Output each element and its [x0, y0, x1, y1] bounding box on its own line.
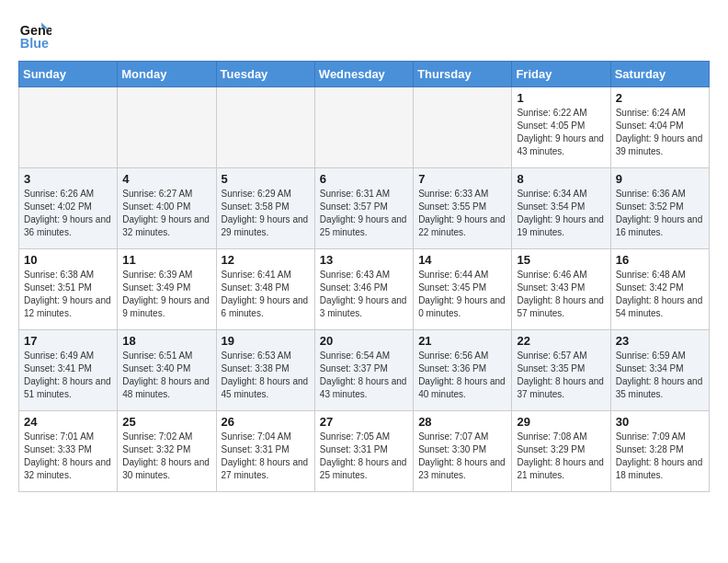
day-number: 21 [418, 334, 506, 348]
weekday-header: Sunday [19, 62, 118, 87]
day-number: 9 [616, 172, 704, 186]
day-number: 19 [222, 334, 310, 348]
day-number: 5 [222, 172, 310, 186]
calendar-cell: 26Sunrise: 7:04 AM Sunset: 3:31 PM Dayli… [216, 411, 314, 492]
header: General Blue [18, 18, 710, 52]
day-info: Sunrise: 7:07 AM Sunset: 3:30 PM Dayligh… [418, 431, 506, 482]
day-info: Sunrise: 7:05 AM Sunset: 3:31 PM Dayligh… [320, 431, 408, 482]
day-info: Sunrise: 6:53 AM Sunset: 3:38 PM Dayligh… [222, 350, 310, 401]
day-info: Sunrise: 6:46 AM Sunset: 3:43 PM Dayligh… [517, 269, 605, 320]
calendar-cell: 16Sunrise: 6:48 AM Sunset: 3:42 PM Dayli… [610, 249, 709, 330]
calendar-cell: 25Sunrise: 7:02 AM Sunset: 3:32 PM Dayli… [118, 411, 216, 492]
calendar-cell [314, 87, 413, 168]
weekday-header: Thursday [414, 62, 512, 87]
day-info: Sunrise: 7:04 AM Sunset: 3:31 PM Dayligh… [222, 431, 310, 482]
calendar-cell: 8Sunrise: 6:34 AM Sunset: 3:54 PM Daylig… [512, 168, 610, 249]
calendar-cell: 9Sunrise: 6:36 AM Sunset: 3:52 PM Daylig… [610, 168, 709, 249]
calendar-cell: 11Sunrise: 6:39 AM Sunset: 3:49 PM Dayli… [118, 249, 216, 330]
day-number: 22 [517, 334, 605, 348]
day-number: 13 [320, 253, 408, 267]
calendar-cell: 13Sunrise: 6:43 AM Sunset: 3:46 PM Dayli… [314, 249, 413, 330]
calendar-cell: 18Sunrise: 6:51 AM Sunset: 3:40 PM Dayli… [118, 330, 216, 411]
logo-icon: General Blue [18, 18, 51, 52]
svg-text:Blue: Blue [20, 36, 49, 51]
calendar-cell: 19Sunrise: 6:53 AM Sunset: 3:38 PM Dayli… [216, 330, 314, 411]
day-number: 7 [418, 172, 506, 186]
calendar-week-row: 10Sunrise: 6:38 AM Sunset: 3:51 PM Dayli… [19, 249, 710, 330]
calendar-cell: 1Sunrise: 6:22 AM Sunset: 4:05 PM Daylig… [512, 87, 610, 168]
day-info: Sunrise: 6:33 AM Sunset: 3:55 PM Dayligh… [418, 188, 506, 239]
day-info: Sunrise: 7:02 AM Sunset: 3:32 PM Dayligh… [122, 431, 210, 482]
weekday-header: Tuesday [216, 62, 314, 87]
calendar-cell: 17Sunrise: 6:49 AM Sunset: 3:41 PM Dayli… [19, 330, 118, 411]
calendar-cell: 23Sunrise: 6:59 AM Sunset: 3:34 PM Dayli… [610, 330, 709, 411]
day-info: Sunrise: 6:51 AM Sunset: 3:40 PM Dayligh… [122, 350, 210, 401]
weekday-header: Friday [512, 62, 610, 87]
day-info: Sunrise: 6:38 AM Sunset: 3:51 PM Dayligh… [24, 269, 112, 320]
day-number: 11 [122, 253, 210, 267]
calendar-week-row: 17Sunrise: 6:49 AM Sunset: 3:41 PM Dayli… [19, 330, 710, 411]
calendar-cell [19, 87, 118, 168]
header-row: SundayMondayTuesdayWednesdayThursdayFrid… [19, 62, 710, 87]
day-info: Sunrise: 7:08 AM Sunset: 3:29 PM Dayligh… [517, 431, 605, 482]
day-info: Sunrise: 6:43 AM Sunset: 3:46 PM Dayligh… [320, 269, 408, 320]
day-info: Sunrise: 6:44 AM Sunset: 3:45 PM Dayligh… [418, 269, 506, 320]
day-number: 4 [122, 172, 210, 186]
day-number: 29 [517, 415, 605, 429]
calendar-cell [118, 87, 216, 168]
calendar-cell: 15Sunrise: 6:46 AM Sunset: 3:43 PM Dayli… [512, 249, 610, 330]
calendar-cell: 12Sunrise: 6:41 AM Sunset: 3:48 PM Dayli… [216, 249, 314, 330]
calendar-table: SundayMondayTuesdayWednesdayThursdayFrid… [18, 61, 710, 492]
day-number: 18 [122, 334, 210, 348]
day-number: 30 [616, 415, 704, 429]
day-number: 27 [320, 415, 408, 429]
day-info: Sunrise: 6:59 AM Sunset: 3:34 PM Dayligh… [616, 350, 704, 401]
day-info: Sunrise: 6:27 AM Sunset: 4:00 PM Dayligh… [122, 188, 210, 239]
logo: General Blue [18, 18, 55, 52]
calendar-cell: 30Sunrise: 7:09 AM Sunset: 3:28 PM Dayli… [610, 411, 709, 492]
calendar-cell: 27Sunrise: 7:05 AM Sunset: 3:31 PM Dayli… [314, 411, 413, 492]
day-info: Sunrise: 6:24 AM Sunset: 4:04 PM Dayligh… [616, 107, 704, 158]
calendar-cell: 6Sunrise: 6:31 AM Sunset: 3:57 PM Daylig… [314, 168, 413, 249]
day-info: Sunrise: 6:22 AM Sunset: 4:05 PM Dayligh… [517, 107, 605, 158]
day-number: 2 [616, 91, 704, 105]
day-info: Sunrise: 6:29 AM Sunset: 3:58 PM Dayligh… [222, 188, 310, 239]
day-number: 10 [24, 253, 112, 267]
calendar-week-row: 3Sunrise: 6:26 AM Sunset: 4:02 PM Daylig… [19, 168, 710, 249]
calendar-week-row: 24Sunrise: 7:01 AM Sunset: 3:33 PM Dayli… [19, 411, 710, 492]
day-info: Sunrise: 7:01 AM Sunset: 3:33 PM Dayligh… [24, 431, 112, 482]
day-number: 12 [222, 253, 310, 267]
calendar-cell: 22Sunrise: 6:57 AM Sunset: 3:35 PM Dayli… [512, 330, 610, 411]
calendar-cell [414, 87, 512, 168]
day-number: 26 [222, 415, 310, 429]
calendar-cell [216, 87, 314, 168]
day-info: Sunrise: 7:09 AM Sunset: 3:28 PM Dayligh… [616, 431, 704, 482]
day-info: Sunrise: 6:57 AM Sunset: 3:35 PM Dayligh… [517, 350, 605, 401]
day-info: Sunrise: 6:41 AM Sunset: 3:48 PM Dayligh… [222, 269, 310, 320]
calendar-cell: 3Sunrise: 6:26 AM Sunset: 4:02 PM Daylig… [19, 168, 118, 249]
day-number: 28 [418, 415, 506, 429]
day-number: 15 [517, 253, 605, 267]
calendar-cell: 21Sunrise: 6:56 AM Sunset: 3:36 PM Dayli… [414, 330, 512, 411]
day-number: 17 [24, 334, 112, 348]
weekday-header: Wednesday [314, 62, 413, 87]
calendar-cell: 10Sunrise: 6:38 AM Sunset: 3:51 PM Dayli… [19, 249, 118, 330]
calendar-week-row: 1Sunrise: 6:22 AM Sunset: 4:05 PM Daylig… [19, 87, 710, 168]
day-number: 20 [320, 334, 408, 348]
calendar-cell: 28Sunrise: 7:07 AM Sunset: 3:30 PM Dayli… [414, 411, 512, 492]
day-number: 24 [24, 415, 112, 429]
calendar-cell: 14Sunrise: 6:44 AM Sunset: 3:45 PM Dayli… [414, 249, 512, 330]
day-info: Sunrise: 6:56 AM Sunset: 3:36 PM Dayligh… [418, 350, 506, 401]
day-info: Sunrise: 6:39 AM Sunset: 3:49 PM Dayligh… [122, 269, 210, 320]
day-number: 16 [616, 253, 704, 267]
calendar-cell: 20Sunrise: 6:54 AM Sunset: 3:37 PM Dayli… [314, 330, 413, 411]
day-info: Sunrise: 6:54 AM Sunset: 3:37 PM Dayligh… [320, 350, 408, 401]
day-number: 23 [616, 334, 704, 348]
day-number: 14 [418, 253, 506, 267]
day-number: 3 [24, 172, 112, 186]
day-number: 8 [517, 172, 605, 186]
day-info: Sunrise: 6:49 AM Sunset: 3:41 PM Dayligh… [24, 350, 112, 401]
weekday-header: Saturday [610, 62, 709, 87]
day-number: 25 [122, 415, 210, 429]
day-number: 1 [517, 91, 605, 105]
